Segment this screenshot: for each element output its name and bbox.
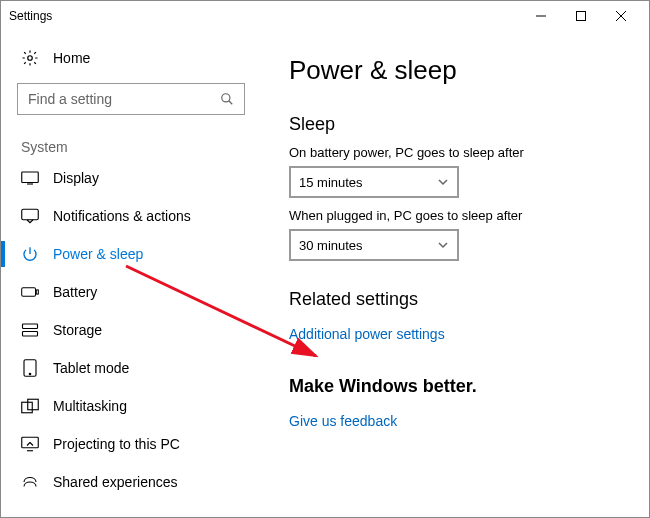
sidebar-item-label: Multitasking [53, 398, 127, 414]
sidebar-item-storage[interactable]: Storage [1, 311, 261, 349]
svg-point-10 [29, 373, 31, 375]
home-label: Home [53, 50, 90, 66]
sidebar-group-label: System [1, 129, 261, 159]
shared-icon [21, 473, 39, 491]
gear-icon [21, 49, 39, 67]
svg-rect-12 [28, 399, 39, 410]
svg-rect-6 [36, 290, 38, 294]
sidebar-item-label: Storage [53, 322, 102, 338]
related-settings-heading: Related settings [289, 289, 625, 310]
battery-sleep-label: On battery power, PC goes to sleep after [289, 145, 625, 160]
multitasking-icon [21, 397, 39, 415]
window-body: Home Find a setting System Display Notif… [1, 31, 649, 517]
search-container: Find a setting [1, 77, 261, 129]
sidebar-item-label: Power & sleep [53, 246, 143, 262]
additional-power-settings-link[interactable]: Additional power settings [289, 326, 445, 342]
titlebar: Settings [1, 1, 649, 31]
select-value: 15 minutes [299, 175, 363, 190]
svg-rect-5 [22, 288, 36, 296]
sidebar-item-tablet-mode[interactable]: Tablet mode [1, 349, 261, 387]
svg-point-1 [28, 56, 33, 61]
minimize-button[interactable] [521, 1, 561, 31]
svg-rect-11 [22, 402, 33, 413]
give-feedback-link[interactable]: Give us feedback [289, 413, 397, 429]
sidebar-item-display[interactable]: Display [1, 159, 261, 197]
battery-icon [21, 283, 39, 301]
maximize-button[interactable] [561, 1, 601, 31]
plugged-sleep-label: When plugged in, PC goes to sleep after [289, 208, 625, 223]
sidebar-item-multitasking[interactable]: Multitasking [1, 387, 261, 425]
sidebar-item-label: Projecting to this PC [53, 436, 180, 452]
sidebar-item-battery[interactable]: Battery [1, 273, 261, 311]
main-content: Power & sleep Sleep On battery power, PC… [261, 31, 649, 517]
storage-icon [21, 321, 39, 339]
window-title: Settings [9, 9, 521, 23]
search-input[interactable]: Find a setting [17, 83, 245, 115]
make-windows-better-heading: Make Windows better. [289, 376, 625, 397]
sidebar-item-power-sleep[interactable]: Power & sleep [1, 235, 261, 273]
svg-rect-0 [577, 12, 586, 21]
power-icon [21, 245, 39, 263]
display-icon [21, 169, 39, 187]
notifications-icon [21, 207, 39, 225]
svg-rect-3 [22, 172, 39, 183]
page-title: Power & sleep [289, 55, 625, 86]
search-placeholder: Find a setting [28, 91, 220, 107]
battery-sleep-select[interactable]: 15 minutes [289, 166, 459, 198]
sidebar-item-label: Shared experiences [53, 474, 178, 490]
chevron-down-icon [437, 176, 449, 188]
settings-window: Settings Home Find a setting [0, 0, 650, 518]
select-value: 30 minutes [299, 238, 363, 253]
plugged-sleep-select[interactable]: 30 minutes [289, 229, 459, 261]
svg-point-2 [222, 94, 230, 102]
svg-rect-7 [23, 324, 38, 329]
sidebar-item-shared-experiences[interactable]: Shared experiences [1, 463, 261, 501]
svg-rect-8 [23, 332, 38, 337]
close-button[interactable] [601, 1, 641, 31]
home-button[interactable]: Home [1, 39, 261, 77]
sidebar-item-label: Battery [53, 284, 97, 300]
sidebar: Home Find a setting System Display Notif… [1, 31, 261, 517]
sleep-heading: Sleep [289, 114, 625, 135]
tablet-icon [21, 359, 39, 377]
projecting-icon [21, 435, 39, 453]
svg-rect-4 [22, 209, 39, 220]
sidebar-item-projecting[interactable]: Projecting to this PC [1, 425, 261, 463]
sidebar-item-label: Tablet mode [53, 360, 129, 376]
sidebar-item-label: Notifications & actions [53, 208, 191, 224]
chevron-down-icon [437, 239, 449, 251]
sidebar-item-label: Display [53, 170, 99, 186]
sidebar-item-notifications[interactable]: Notifications & actions [1, 197, 261, 235]
search-icon [220, 92, 234, 106]
